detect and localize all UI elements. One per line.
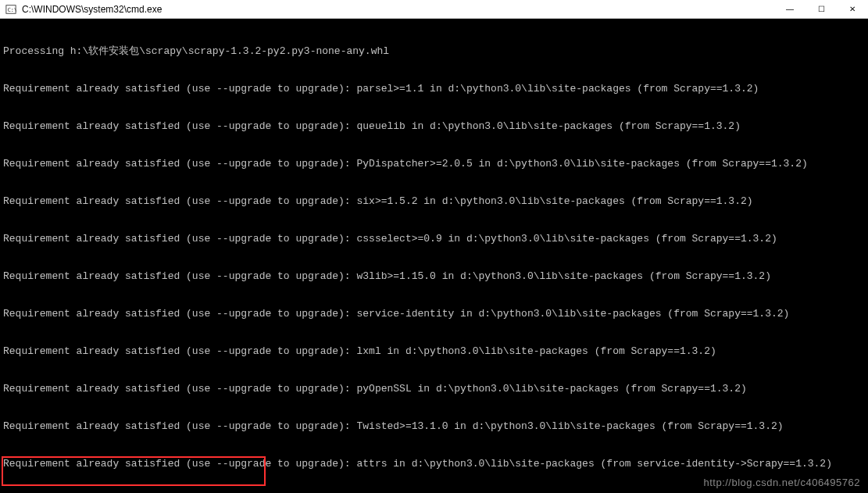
terminal-output[interactable]: Processing h:\软件安装包\scrapy\scrapy-1.3.2-… bbox=[0, 19, 868, 493]
minimize-button[interactable]: — bbox=[774, 0, 805, 18]
output-line: Requirement already satisfied (use --upg… bbox=[3, 270, 865, 283]
output-line: Requirement already satisfied (use --upg… bbox=[3, 120, 865, 133]
close-button[interactable]: ✕ bbox=[837, 0, 868, 18]
cmd-icon: C:\ bbox=[5, 3, 17, 16]
window-titlebar: C:\ C:\WINDOWS\system32\cmd.exe — ☐ ✕ bbox=[0, 0, 868, 19]
output-line: Requirement already satisfied (use --upg… bbox=[3, 308, 865, 320]
watermark-text: http://blog.csdn.net/c406495762 bbox=[703, 477, 860, 488]
maximize-button[interactable]: ☐ bbox=[805, 0, 837, 18]
output-line: Processing h:\软件安装包\scrapy\scrapy-1.3.2-… bbox=[3, 45, 865, 58]
output-line: Requirement already satisfied (use --upg… bbox=[3, 345, 865, 358]
svg-text:C:\: C:\ bbox=[8, 6, 16, 13]
window-title: C:\WINDOWS\system32\cmd.exe bbox=[22, 4, 774, 15]
output-line: Requirement already satisfied (use --upg… bbox=[3, 158, 865, 170]
output-line: Requirement already satisfied (use --upg… bbox=[3, 458, 865, 470]
output-line: Requirement already satisfied (use --upg… bbox=[3, 195, 865, 208]
output-line: Requirement already satisfied (use --upg… bbox=[3, 83, 865, 95]
window-controls: — ☐ ✕ bbox=[774, 0, 868, 18]
output-line: Requirement already satisfied (use --upg… bbox=[3, 233, 865, 245]
output-line: Requirement already satisfied (use --upg… bbox=[3, 420, 865, 433]
output-line: Requirement already satisfied (use --upg… bbox=[3, 383, 865, 395]
